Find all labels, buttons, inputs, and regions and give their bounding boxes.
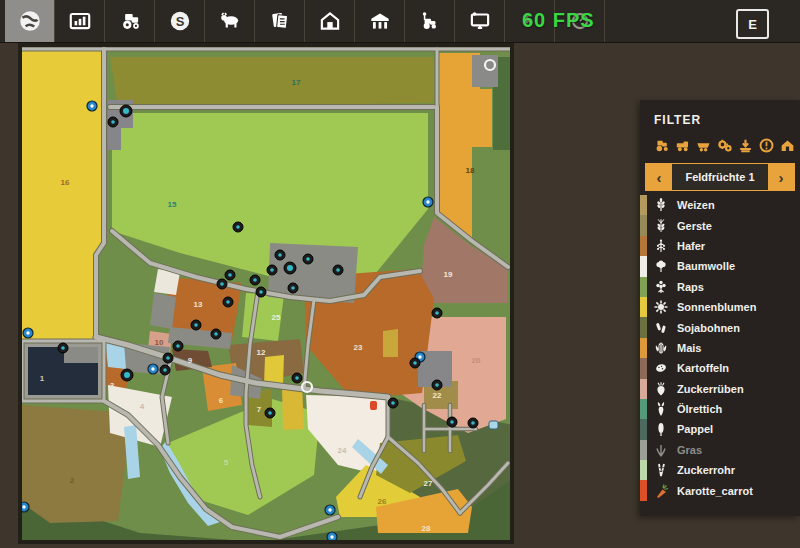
map-field-16[interactable] bbox=[22, 51, 104, 339]
toolbar-tabs: S bbox=[5, 0, 605, 42]
tractor-icon bbox=[117, 8, 143, 34]
top-toolbar: S 60 FPS E bbox=[0, 0, 800, 43]
map-marker-poi[interactable] bbox=[173, 341, 183, 351]
filter-farm-filter-button[interactable] bbox=[779, 137, 796, 154]
map-marker-shop[interactable] bbox=[148, 364, 158, 374]
controls-tab[interactable] bbox=[455, 0, 505, 42]
field-number-6: 6 bbox=[219, 396, 224, 405]
sugarbeet-icon bbox=[653, 381, 669, 397]
filter-gears-filter-button[interactable] bbox=[716, 137, 733, 154]
selector-next-button[interactable]: › bbox=[768, 164, 794, 190]
tab-eleven[interactable] bbox=[505, 0, 555, 42]
map-marker-shop[interactable] bbox=[423, 197, 433, 207]
map-marker-poi[interactable] bbox=[256, 287, 266, 297]
oilradish-icon bbox=[653, 401, 669, 417]
crop-row-weizen[interactable]: Weizen bbox=[640, 195, 800, 215]
sugarbeet-icon bbox=[653, 381, 669, 397]
filter-title: FILTER bbox=[640, 100, 800, 127]
crop-row--lrettich[interactable]: Ölrettich bbox=[640, 399, 800, 419]
map-area[interactable] bbox=[64, 347, 98, 363]
map-marker-poi[interactable] bbox=[191, 320, 201, 330]
field-number-25: 25 bbox=[272, 313, 281, 322]
filter-warning-icon bbox=[758, 137, 775, 154]
crop-color-swatch bbox=[640, 236, 647, 256]
map-marker-poi[interactable] bbox=[388, 398, 398, 408]
selector-prev-button[interactable]: ‹ bbox=[646, 164, 672, 190]
crop-row-raps[interactable]: Raps bbox=[640, 277, 800, 297]
crop-label: Pappel bbox=[677, 423, 713, 435]
map-marker-poi[interactable] bbox=[163, 353, 173, 363]
crop-row-gerste[interactable]: Gerste bbox=[640, 215, 800, 235]
filter-pallet-filter-button[interactable] bbox=[737, 137, 754, 154]
field-number-28: 28 bbox=[422, 524, 431, 533]
crop-row-zuckerr-ben[interactable]: Zuckerrüben bbox=[640, 379, 800, 399]
map-marker-poi[interactable] bbox=[303, 254, 313, 264]
crop-row-karotte-carrot[interactable]: Karotte_carrot bbox=[640, 480, 800, 500]
filter-warning-filter-button[interactable] bbox=[758, 137, 775, 154]
map-marker-poi[interactable] bbox=[410, 358, 420, 368]
garage-tab[interactable] bbox=[305, 0, 355, 42]
map-marker-alert[interactable] bbox=[370, 401, 377, 410]
filter-trailer-filter-button[interactable] bbox=[695, 137, 712, 154]
tab-twelve[interactable] bbox=[555, 0, 605, 42]
crop-row-baumwolle[interactable]: Baumwolle bbox=[640, 256, 800, 276]
filter-category-icons bbox=[640, 127, 800, 154]
filter-gears-icon bbox=[716, 137, 733, 154]
map-marker-shop[interactable] bbox=[23, 328, 33, 338]
map-marker-poi[interactable] bbox=[217, 279, 227, 289]
s-circle-tab[interactable]: S bbox=[155, 0, 205, 42]
crop-row-sonnenblumen[interactable]: Sonnenblumen bbox=[640, 297, 800, 317]
ai-workers-tab[interactable] bbox=[405, 0, 455, 42]
potato-icon bbox=[653, 360, 669, 376]
map-marker-poi[interactable] bbox=[223, 297, 233, 307]
vehicles-tab[interactable] bbox=[105, 0, 155, 42]
production-tab[interactable] bbox=[355, 0, 405, 42]
map-marker-poi[interactable] bbox=[267, 265, 277, 275]
map-tab[interactable] bbox=[5, 0, 55, 42]
crop-row-kartoffeln[interactable]: Kartoffeln bbox=[640, 358, 800, 378]
field-number-26: 26 bbox=[378, 497, 387, 506]
finances-tab[interactable] bbox=[55, 0, 105, 42]
selector-label: Feldfrüchte 1 bbox=[672, 164, 768, 190]
map-marker-poi[interactable] bbox=[333, 265, 343, 275]
contracts-tab[interactable] bbox=[255, 0, 305, 42]
map-marker-station[interactable] bbox=[284, 262, 296, 274]
map-marker-station[interactable] bbox=[121, 369, 133, 381]
map-marker-poi[interactable] bbox=[211, 329, 221, 339]
map-area[interactable] bbox=[264, 355, 284, 385]
crop-row-pappel[interactable]: Pappel bbox=[640, 419, 800, 439]
map-marker-poi[interactable] bbox=[108, 117, 118, 127]
map-marker-poi[interactable] bbox=[275, 250, 285, 260]
map-field-17[interactable] bbox=[110, 57, 434, 107]
map-marker-poi[interactable] bbox=[447, 417, 457, 427]
map-canvas[interactable]: 1617151819202313251213245242627286722910 bbox=[20, 45, 512, 542]
animals-tab[interactable] bbox=[205, 0, 255, 42]
map-marker-poi[interactable] bbox=[265, 408, 275, 418]
crop-row-hafer[interactable]: Hafer bbox=[640, 236, 800, 256]
crop-row-sojabohnen[interactable]: Sojabohnen bbox=[640, 317, 800, 337]
map-marker-shop[interactable] bbox=[325, 505, 335, 515]
map-marker-shop[interactable] bbox=[87, 101, 97, 111]
field-number-19: 19 bbox=[444, 270, 453, 279]
map-marker-poi[interactable] bbox=[250, 275, 260, 285]
gauge-icon bbox=[567, 8, 593, 34]
filter-harvester-filter-button[interactable] bbox=[674, 137, 691, 154]
crop-row-zuckerrohr[interactable]: Zuckerrohr bbox=[640, 460, 800, 480]
map-marker-poi[interactable] bbox=[468, 418, 478, 428]
village-area bbox=[150, 293, 176, 329]
map-marker-poi[interactable] bbox=[233, 222, 243, 232]
map-marker-poi[interactable] bbox=[160, 365, 170, 375]
map-marker-poi[interactable] bbox=[432, 380, 442, 390]
map-marker-poi[interactable] bbox=[58, 343, 68, 353]
filter-tractor-filter-button[interactable] bbox=[653, 137, 670, 154]
map-marker-poi[interactable] bbox=[225, 270, 235, 280]
map-marker-poi[interactable] bbox=[292, 373, 302, 383]
map-marker-poi[interactable] bbox=[432, 308, 442, 318]
crop-row-gras[interactable]: Gras bbox=[640, 440, 800, 460]
crop-row-mais[interactable]: Mais bbox=[640, 338, 800, 358]
map-marker-poi[interactable] bbox=[288, 283, 298, 293]
map-marker-station[interactable] bbox=[120, 105, 132, 117]
overview-map[interactable]: 1617151819202313251213245242627286722910 bbox=[20, 45, 512, 542]
map-area[interactable] bbox=[383, 329, 398, 357]
map-marker-water-point[interactable] bbox=[489, 421, 498, 429]
